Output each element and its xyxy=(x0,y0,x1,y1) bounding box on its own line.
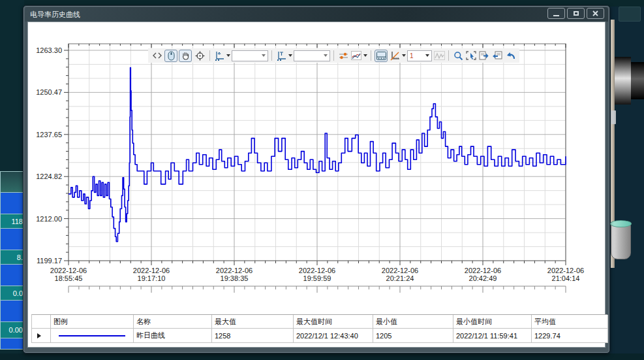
tank-top-graphic xyxy=(610,220,632,227)
svg-text:19:59:59: 19:59:59 xyxy=(303,274,331,282)
time-axis-scale-icon[interactable] xyxy=(275,50,287,61)
combo-caret-icon xyxy=(425,54,429,57)
window-title: 电导率历史曲线 xyxy=(25,10,80,20)
curve-stats-table: 图例 名称 最大值 最大值时间 最小值 最小值时间 平均值 昨日曲线 1258 … xyxy=(31,314,607,343)
zoom-icon[interactable] xyxy=(452,50,464,61)
svg-text:2022-12-06: 2022-12-06 xyxy=(382,267,418,274)
toolbar-separator xyxy=(271,50,272,61)
y-axis-scale-caret[interactable] xyxy=(226,54,230,57)
col-header-min: 最小值 xyxy=(373,315,453,329)
axis-setup-caret[interactable] xyxy=(402,54,406,57)
col-header-legend: 图例 xyxy=(51,315,134,329)
pipe-graphic xyxy=(615,57,631,105)
avg-cell: 1229.74 xyxy=(532,329,608,343)
svg-text:1199.17: 1199.17 xyxy=(37,257,62,265)
tank-graphic xyxy=(611,223,631,259)
scada-cell-blue xyxy=(0,265,24,286)
toolbar-separator xyxy=(448,50,449,61)
time-axis-caret[interactable] xyxy=(288,54,292,57)
svg-text:20:42:49: 20:42:49 xyxy=(469,274,497,282)
crosshair-icon xyxy=(195,51,205,61)
svg-text:1212.00: 1212.00 xyxy=(36,215,62,223)
mouse-icon xyxy=(168,51,175,61)
svg-text:20:21:24: 20:21:24 xyxy=(386,274,414,282)
curve-style-caret[interactable] xyxy=(363,54,367,57)
toolbar-separator xyxy=(371,50,371,61)
svg-text:21:04:14: 21:04:14 xyxy=(552,274,580,282)
min-cell: 1205 xyxy=(373,329,453,343)
svg-text:2022-12-06: 2022-12-06 xyxy=(50,267,87,274)
background-panel xyxy=(619,7,641,22)
svg-text:2022-12-06: 2022-12-06 xyxy=(216,267,253,274)
col-header-name: 名称 xyxy=(134,315,212,329)
title-bar[interactable]: 电导率历史曲线 xyxy=(25,7,608,22)
name-cell[interactable]: 昨日曲线 xyxy=(134,329,212,343)
scada-cell-header xyxy=(0,171,24,193)
pen-width-value: 1 xyxy=(410,52,414,59)
undo-icon[interactable] xyxy=(504,50,516,61)
history-curve-window: 电导率历史曲线 1263.301250.471237.651224.821212… xyxy=(23,5,610,353)
toolbar-separator xyxy=(333,50,334,61)
max-time-cell: 2022/12/1 12:43:40 xyxy=(294,329,373,343)
curve-style-icon[interactable] xyxy=(350,50,362,61)
scada-value-cell: 0.0 xyxy=(0,286,24,301)
tune-icon[interactable] xyxy=(337,50,349,61)
trend-chart[interactable]: 1263.301250.471237.651224.821212.001199.… xyxy=(28,22,607,310)
col-header-max-time: 最大值时间 xyxy=(294,315,373,329)
svg-text:1250.47: 1250.47 xyxy=(36,88,62,96)
chart-toolbar: 1 xyxy=(148,48,519,63)
legend-cell[interactable] xyxy=(51,329,134,343)
min-time-cell: 2022/12/1 11:59:41 xyxy=(453,329,532,343)
data-grid-toggle-button[interactable] xyxy=(375,50,388,62)
scada-cell-blue xyxy=(0,193,24,214)
svg-text:1224.82: 1224.82 xyxy=(36,172,62,180)
time-axis-combo[interactable] xyxy=(294,50,330,61)
mouse-mode-button[interactable] xyxy=(164,50,177,62)
pipe-graphic-dark xyxy=(631,62,644,99)
crosshair-button[interactable] xyxy=(193,50,206,62)
max-cell: 1258 xyxy=(212,329,294,343)
scada-cell-blue xyxy=(0,338,24,350)
svg-text:2022-12-06: 2022-12-06 xyxy=(133,267,170,274)
close-icon xyxy=(592,10,598,16)
close-button[interactable] xyxy=(587,8,604,19)
export-icon[interactable] xyxy=(478,50,490,61)
scada-cell-blue xyxy=(0,229,24,250)
pan-mode-button[interactable] xyxy=(179,50,192,62)
svg-text:19:17:10: 19:17:10 xyxy=(138,274,166,282)
legend-line-swatch xyxy=(59,335,125,336)
row-marker-cell[interactable] xyxy=(32,329,51,343)
col-header-avg: 平均值 xyxy=(532,315,608,329)
col-header-min-time: 最小值时间 xyxy=(453,315,532,329)
combo-caret-icon xyxy=(324,54,328,57)
svg-text:18:55:45: 18:55:45 xyxy=(55,274,83,282)
svg-text:2022-12-06: 2022-12-06 xyxy=(465,267,501,274)
y-axis-scale-icon[interactable] xyxy=(213,50,225,61)
minimize-button[interactable] xyxy=(547,8,565,19)
combo-caret-icon xyxy=(262,54,266,57)
scada-value-cell: 8. xyxy=(0,250,24,265)
chart-panel: 1263.301250.471237.651224.821212.001199.… xyxy=(27,22,606,348)
maximize-button[interactable] xyxy=(567,8,585,19)
hand-icon xyxy=(181,51,190,60)
scada-value: 0.00 xyxy=(9,326,23,334)
minimize-icon xyxy=(553,15,559,16)
scada-cell-blue xyxy=(0,301,24,322)
scada-value: 8. xyxy=(17,254,23,261)
scroll-horizontal-icon[interactable] xyxy=(151,50,163,61)
select-region-icon[interactable] xyxy=(465,50,477,61)
row-marker-icon xyxy=(37,333,41,338)
scada-value-cell: 0.00 xyxy=(0,322,24,338)
row-marker-header xyxy=(32,315,51,329)
pen-width-combo[interactable]: 1 xyxy=(407,50,432,61)
svg-text:19:38:35: 19:38:35 xyxy=(221,274,249,282)
report-icon[interactable] xyxy=(491,50,503,61)
axis-setup-icon[interactable] xyxy=(389,50,401,61)
svg-text:1237.65: 1237.65 xyxy=(36,131,62,139)
svg-text:2022-12-06: 2022-12-06 xyxy=(547,267,584,274)
svg-text:1263.30: 1263.30 xyxy=(36,46,62,54)
background-bottom-strip xyxy=(0,353,644,360)
maximize-icon xyxy=(574,11,579,16)
y-axis-combo[interactable] xyxy=(232,50,268,61)
col-header-max: 最大值 xyxy=(212,315,294,329)
